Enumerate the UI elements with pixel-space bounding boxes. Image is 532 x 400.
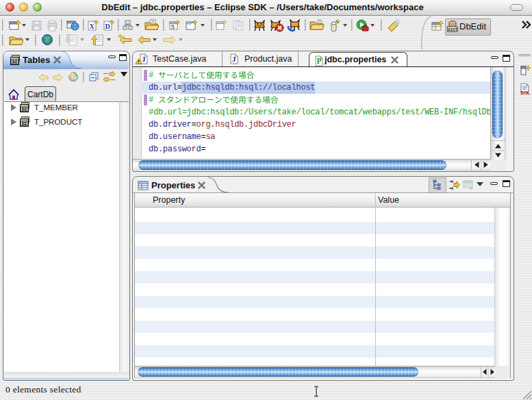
- svg-text:SQL: SQL: [520, 90, 531, 95]
- svg-text:S: S: [171, 23, 175, 30]
- svg-text:D: D: [105, 23, 110, 30]
- svg-text:EDIT: EDIT: [448, 27, 458, 32]
- svg-text:X: X: [90, 23, 95, 30]
